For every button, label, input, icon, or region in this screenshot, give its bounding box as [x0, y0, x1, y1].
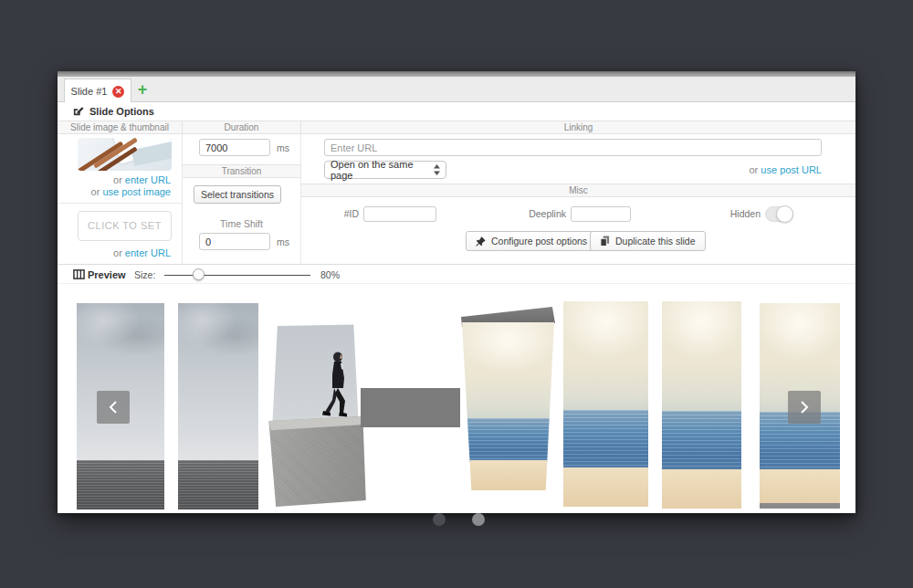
close-slide-icon[interactable]: ✕ [112, 86, 124, 98]
select-stepper-icon [434, 164, 440, 175]
deeplink-input[interactable] [571, 206, 631, 222]
link-target-select[interactable]: Open on the same page [324, 161, 446, 179]
preview-slice-5 [563, 301, 648, 507]
slide-editor-panel: Slide #1 ✕ + Slide Options Slide image &… [58, 71, 855, 513]
enter-url-line: or enter URL [113, 174, 171, 185]
prev-slide-arrow[interactable] [97, 391, 130, 424]
preview-icon [73, 268, 85, 280]
sea-band [178, 460, 258, 509]
time-shift-unit: ms [277, 236, 289, 247]
tab-slide-1-label: Slide #1 [71, 86, 108, 97]
configure-post-options-button[interactable]: Configure post options [466, 231, 597, 251]
size-slider-track[interactable] [164, 275, 310, 276]
column-headers: Slide image & thumbnail Duration Linking [58, 121, 855, 134]
select-transitions-button[interactable]: Select transitions [194, 185, 281, 204]
duration-input[interactable] [199, 139, 270, 156]
linking-column-header: Linking [301, 121, 855, 133]
use-post-image-link[interactable]: use post image [102, 186, 171, 197]
id-input[interactable] [363, 206, 436, 222]
pagination-dot[interactable] [472, 513, 485, 526]
click-to-set-box[interactable]: CLICK TO SET [78, 211, 172, 241]
beach-sky [461, 322, 555, 420]
use-post-url-link[interactable]: use post URL [761, 164, 822, 175]
beach-sand [461, 460, 555, 490]
preview-title: Preview [88, 269, 126, 280]
linking-column: Open on the same page or use post URL Mi… [301, 134, 855, 264]
use-post-image-line: or use post image [91, 186, 171, 197]
slide-preview-area [58, 284, 855, 513]
next-slide-arrow[interactable] [788, 391, 821, 424]
enter-url-line-2: or enter URL [113, 247, 171, 258]
image-column-header: Slide image & thumbnail [58, 121, 183, 133]
slide-thumbnail-image[interactable] [78, 138, 172, 171]
beach-sea [662, 411, 741, 471]
options-columns: or enter URL or use post image CLICK TO … [58, 134, 855, 264]
column-divider [58, 203, 182, 204]
pagination-dot-active[interactable] [433, 513, 446, 526]
enter-url-link[interactable]: enter URL [125, 174, 171, 185]
use-post-url-line: or use post URL [750, 164, 823, 175]
beach-sea [461, 418, 555, 462]
slice-7-shadow [760, 503, 840, 509]
beach-sea [563, 410, 648, 469]
edit-icon [73, 103, 84, 120]
hidden-toggle[interactable] [765, 206, 793, 222]
preview-bar: Preview Size: 80% [58, 264, 855, 284]
beach-sand [563, 467, 648, 507]
preview-slice-4-3d [461, 307, 555, 490]
sea-band [77, 460, 164, 509]
slide-options-header: Slide Options [58, 102, 855, 121]
beach-sand [662, 469, 741, 509]
preview-slice-6 [662, 301, 741, 509]
misc-fields-row: #ID Deeplink Hidden [301, 205, 855, 223]
duplicate-slide-button[interactable]: Duplicate this slide [590, 231, 706, 251]
preview-size-label: Size: [134, 269, 155, 280]
hidden-toggle-knob [776, 205, 793, 223]
image-column: or enter URL or use post image CLICK TO … [58, 134, 183, 264]
time-shift-input[interactable] [199, 233, 270, 250]
add-slide-icon[interactable]: + [134, 80, 151, 99]
hidden-label: Hidden [701, 205, 761, 223]
id-label: #ID [318, 205, 359, 223]
misc-subheader: Misc [301, 184, 855, 197]
duration-unit: ms [277, 142, 289, 153]
misc-buttons-row: Configure post options Duplicate this sl… [301, 231, 855, 251]
slice-4-body [461, 322, 555, 490]
duplicate-icon [600, 236, 610, 247]
transition-subheader: Transition [183, 164, 300, 178]
pushpin-icon [476, 236, 486, 247]
preview-slice-3-businessman [266, 322, 368, 507]
time-shift-label: Time Shift [183, 218, 300, 229]
chevron-left-icon [108, 400, 119, 415]
businessman-silhouette [313, 351, 353, 425]
link-url-input[interactable] [324, 139, 822, 156]
slide-tab-bar: Slide #1 ✕ + [58, 77, 855, 102]
duration-column: ms Transition Select transitions Time Sh… [183, 134, 301, 264]
link-target-selected: Open on the same page [331, 159, 434, 181]
tab-slide-1[interactable]: Slide #1 ✕ [64, 79, 131, 103]
enter-url-link-2[interactable]: enter URL [125, 247, 171, 258]
duration-column-header: Duration [183, 121, 301, 133]
slide-options-title: Slide Options [89, 106, 154, 117]
beach-sky [563, 301, 648, 413]
preview-slice-2 [178, 303, 258, 509]
thumbnail-art-pencil [78, 142, 123, 171]
preview-size-value: 80% [320, 269, 340, 280]
size-slider-handle[interactable] [193, 268, 205, 280]
gray-transition-block [361, 388, 460, 427]
deeplink-label: Deeplink [511, 205, 566, 223]
beach-sky [662, 301, 741, 414]
chevron-right-icon [799, 400, 810, 415]
